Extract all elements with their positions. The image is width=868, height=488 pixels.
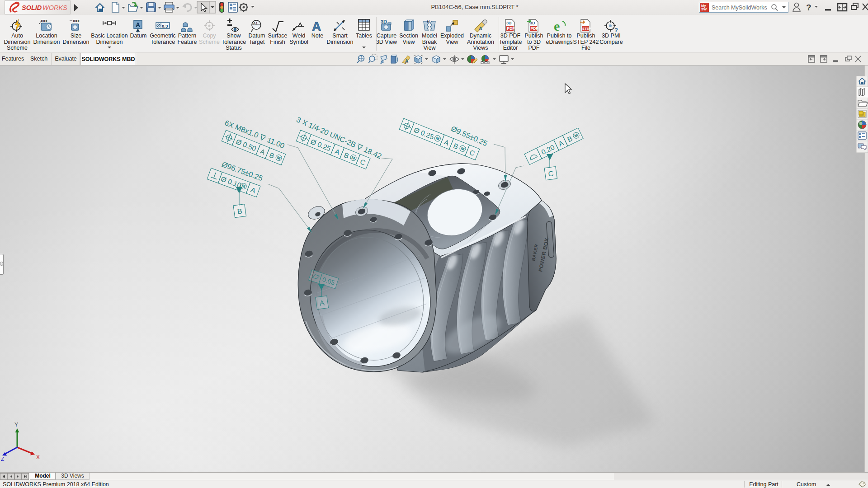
svg-text:X: X xyxy=(36,454,40,460)
svg-text:C: C xyxy=(547,169,554,178)
svg-text:A: A xyxy=(405,59,408,64)
svg-text:Z: Z xyxy=(1,456,4,462)
svg-text:PDF: PDF xyxy=(531,26,538,31)
svg-text:A1: A1 xyxy=(253,21,258,25)
svg-text:SW: SW xyxy=(701,7,707,11)
svg-text:A: A xyxy=(312,19,321,33)
svg-text:?: ? xyxy=(614,27,618,33)
svg-text:WORKS: WORKS xyxy=(42,4,67,11)
svg-text:0.3: 0.3 xyxy=(162,23,168,28)
svg-text:3D: 3D xyxy=(381,19,387,24)
svg-text:e: e xyxy=(554,19,560,33)
svg-text:Search MySolidWorks: Search MySolidWorks xyxy=(712,5,767,11)
svg-text:H: H xyxy=(427,19,430,24)
svg-text:SOLID: SOLID xyxy=(22,4,42,11)
svg-text:?: ? xyxy=(806,3,811,12)
svg-text:Y: Y xyxy=(14,422,18,428)
svg-text:STEP: STEP xyxy=(582,27,591,31)
svg-text:3D: 3D xyxy=(506,21,512,25)
svg-text:PDF: PDF xyxy=(507,26,515,31)
svg-text:xxx: xxx xyxy=(73,19,80,23)
svg-text:xxx: xxx xyxy=(41,19,47,23)
svg-text:A: A xyxy=(136,21,140,28)
svg-text:A: A xyxy=(479,26,482,31)
